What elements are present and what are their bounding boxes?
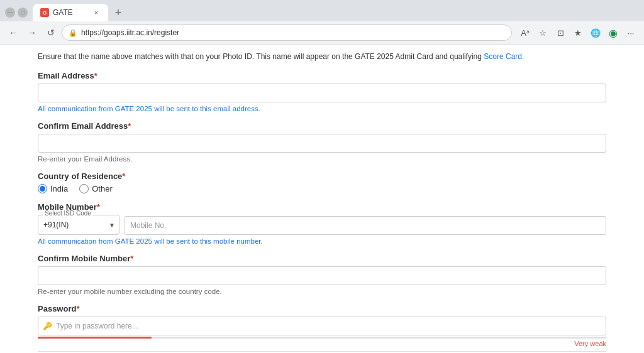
confirm-email-helper-text: Re-enter your Email Address. <box>38 155 606 163</box>
country-other-label: Other <box>92 184 113 193</box>
profile-button[interactable]: ◉ <box>605 24 621 41</box>
tab-close-button[interactable]: × <box>92 8 101 17</box>
active-tab[interactable]: G GATE × <box>33 4 108 21</box>
maximize-button[interactable]: □ <box>18 8 28 18</box>
country-label: Country of Residence* <box>38 171 606 181</box>
confirm-mobile-helper-text: Re-enter your mobile number excluding th… <box>38 288 606 295</box>
name-info-section: Ensure that the name above matches with … <box>38 51 606 62</box>
profile-icon: ◉ <box>609 27 618 39</box>
password-input[interactable] <box>38 317 606 335</box>
nav-bar: ← → ↺ 🔒 https://goaps.iitr.ac.in/registe… <box>0 21 644 44</box>
email-label: Email Address* <box>38 71 606 80</box>
password-required: * <box>76 304 79 313</box>
mobile-input[interactable] <box>125 216 606 235</box>
split-screen-button[interactable]: ⊡ <box>552 24 569 41</box>
tab-favicon: G <box>40 8 49 17</box>
isd-wrapper: Select ISD Code +91(IN) ▼ <box>38 215 119 235</box>
isd-label: Select ISD Code <box>43 210 92 217</box>
favorites-button[interactable]: ☆ <box>535 24 551 41</box>
score-card-link[interactable]: Score Card. <box>484 52 524 61</box>
page-content: Ensure that the name above matches with … <box>0 45 644 353</box>
email-helper-text: All communication from GATE 2025 will be… <box>38 105 606 112</box>
email-section: Email Address* All communication from GA… <box>38 71 606 112</box>
browser-chrome: — □ G GATE × + ← → ↺ 🔒 https://goaps.iit… <box>0 0 644 45</box>
mobile-label: Mobile Number* <box>38 202 606 212</box>
country-other-option[interactable]: Other <box>79 184 113 193</box>
reload-icon: ↺ <box>47 28 55 38</box>
lock-icon: 🔒 <box>69 29 77 37</box>
confirm-email-section: Confirm Email Address* Re-enter your Ema… <box>38 121 606 163</box>
confirm-mobile-input[interactable] <box>38 266 606 285</box>
country-india-option[interactable]: India <box>38 184 68 193</box>
read-mode-button[interactable]: Aᵃ <box>517 24 533 41</box>
url-text: https://goaps.iitr.ac.in/register <box>81 28 179 37</box>
country-radio-group: India Other <box>38 184 606 193</box>
email-required: * <box>94 71 97 80</box>
tab-title: GATE <box>53 8 73 17</box>
name-info-text: Ensure that the name above matches with … <box>38 51 606 62</box>
password-wrapper: 🔑 <box>38 317 606 335</box>
browser-nav-icons: Aᵃ ☆ ⊡ ★ 🌐 ◉ ··· <box>517 24 639 41</box>
country-india-radio[interactable] <box>38 184 47 193</box>
mobile-helper-text: All communication from GATE 2025 will be… <box>38 237 606 245</box>
reload-button[interactable]: ↺ <box>43 24 59 41</box>
country-other-radio[interactable] <box>79 184 89 193</box>
tab-bar: — □ G GATE × + <box>0 0 644 21</box>
password-divider <box>38 351 606 352</box>
confirm-email-input[interactable] <box>38 134 606 153</box>
confirm-email-required: * <box>128 121 131 131</box>
address-bar[interactable]: 🔒 https://goaps.iitr.ac.in/register <box>62 24 512 41</box>
isd-select[interactable]: +91(IN) <box>38 215 119 234</box>
back-icon: ← <box>9 28 18 38</box>
collections-button[interactable]: ★ <box>570 24 586 41</box>
confirm-email-label: Confirm Email Address* <box>38 121 606 131</box>
name-info-main: Ensure that the name above matches with … <box>38 52 484 61</box>
country-required: * <box>122 171 125 181</box>
country-section: Country of Residence* India Other <box>38 171 606 193</box>
confirm-mobile-section: Confirm Mobile Number* Re-enter your mob… <box>38 254 606 295</box>
more-options-button[interactable]: ··· <box>623 24 639 41</box>
password-section: Password* 🔑 Very weak Choose a password … <box>38 304 606 353</box>
forward-button[interactable]: → <box>24 24 40 41</box>
mobile-section: Mobile Number* Select ISD Code +91(IN) ▼… <box>38 202 606 245</box>
password-eye-icon: 🔑 <box>43 322 52 330</box>
isd-mobile-row: Select ISD Code +91(IN) ▼ <box>38 215 606 235</box>
confirm-mobile-label: Confirm Mobile Number* <box>38 254 606 263</box>
forward-icon: → <box>28 28 36 38</box>
new-tab-button[interactable]: + <box>111 5 126 20</box>
mobile-required: * <box>97 202 100 212</box>
country-india-label: India <box>50 184 68 193</box>
password-strength-label: Very weak <box>574 340 606 347</box>
strength-row: Very weak <box>38 339 606 347</box>
back-button[interactable]: ← <box>5 24 21 41</box>
confirm-mobile-required: * <box>130 254 133 263</box>
email-input[interactable] <box>38 84 606 102</box>
password-label: Password* <box>38 304 606 313</box>
extensions-button[interactable]: 🌐 <box>587 24 604 41</box>
minimize-button[interactable]: — <box>5 8 15 18</box>
